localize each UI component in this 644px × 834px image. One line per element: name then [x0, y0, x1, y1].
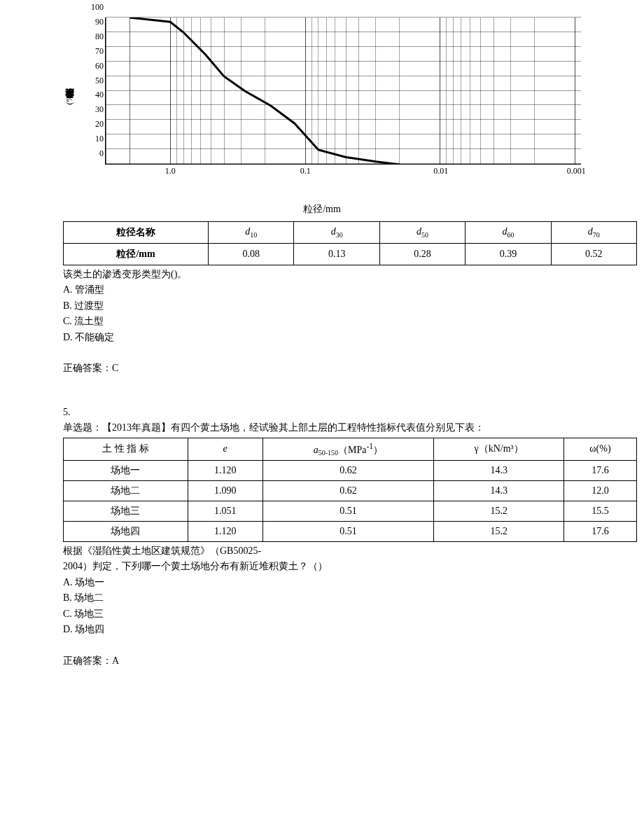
table-header: ω(%) — [564, 438, 636, 460]
table-row: 场地三 1.051 0.51 15.2 15.5 — [64, 501, 637, 521]
answer-label: 正确答案：C — [63, 361, 644, 376]
table-cell: 0.13 — [294, 244, 379, 265]
y-tick: 20 — [86, 119, 104, 130]
y-tick: 30 — [86, 104, 104, 115]
chart-plot-area: 0 10 20 30 40 50 60 70 80 90 100 1.0 0.1… — [105, 18, 581, 165]
table-row: 粒径名称 d10 d30 d50 d60 d70 — [64, 222, 637, 244]
option-a: A. 场地一 — [63, 575, 644, 590]
question-stem: 该类土的渗透变形类型为()。 — [63, 267, 644, 282]
question-5-post: 根据《湿陷性黄土地区建筑规范》（GB50025- 2004）判定，下列哪一个黄土… — [63, 543, 644, 669]
table-row: 场地一 1.120 0.62 14.3 17.6 — [64, 460, 637, 480]
table-header: d50 — [379, 222, 465, 244]
x-tick: 0.1 — [300, 166, 311, 176]
y-tick: 100 — [86, 2, 104, 13]
chart-y-axis-label: 小于某粒径所占质量(%) — [63, 91, 76, 105]
table-cell: 12.0 — [564, 480, 636, 501]
table-header: a50-150（MPa-1） — [262, 438, 434, 460]
table-cell: 14.3 — [434, 460, 564, 480]
option-a: A. 管涌型 — [63, 282, 644, 298]
y-tick: 0 — [86, 148, 104, 159]
particle-size-table: 粒径名称 d10 d30 d50 d60 d70 粒径/mm 0.08 0.13… — [63, 221, 637, 265]
table-cell: 0.51 — [262, 501, 434, 521]
table-header: d70 — [551, 222, 636, 244]
table-cell: 场地四 — [64, 521, 188, 541]
option-b: B. 过渡型 — [63, 298, 644, 314]
table-header: d60 — [465, 222, 551, 244]
chart-x-axis-label: 粒径/mm — [0, 203, 644, 216]
table-cell: 场地三 — [64, 501, 188, 521]
table-header: d30 — [294, 222, 379, 244]
table-cell: 场地二 — [64, 480, 188, 501]
table-header: γ（kN/m³） — [434, 438, 564, 460]
table-row: 粒径/mm 0.08 0.13 0.28 0.39 0.52 — [64, 244, 637, 265]
table-cell: 15.5 — [564, 501, 636, 521]
table-row: 土 性 指 标 e a50-150（MPa-1） γ（kN/m³） ω(%) — [64, 438, 637, 460]
table-cell: 场地一 — [64, 460, 188, 480]
y-tick: 80 — [86, 31, 104, 41]
x-tick: 0.001 — [567, 166, 586, 176]
table-cell: 15.2 — [434, 521, 564, 541]
y-tick: 60 — [86, 60, 104, 71]
option-b: B. 场地二 — [63, 590, 644, 606]
table-cell: 粒径/mm — [64, 244, 209, 265]
y-tick: 50 — [86, 75, 104, 85]
table-cell: 1.120 — [188, 521, 262, 541]
option-c: C. 流土型 — [63, 314, 644, 329]
table-cell: 0.51 — [262, 521, 434, 541]
table-header: d10 — [209, 222, 294, 244]
table-cell: 0.62 — [262, 460, 434, 480]
table-cell: 15.2 — [434, 501, 564, 521]
table-row: 场地二 1.090 0.62 14.3 12.0 — [64, 480, 637, 501]
question-5: 5. 单选题：【2013年真题】有四个黄土场地，经试验其上部土层的工程特性指标代… — [63, 405, 644, 436]
question-4: 该类土的渗透变形类型为()。 A. 管涌型 B. 过渡型 C. 流土型 D. 不… — [63, 267, 644, 377]
x-tick: 0.01 — [433, 166, 448, 176]
table-cell: 1.051 — [188, 501, 262, 521]
question-stem: 单选题：【2013年真题】有四个黄土场地，经试验其上部土层的工程特性指标代表值分… — [63, 420, 644, 436]
option-d: D. 场地四 — [63, 622, 644, 637]
table-cell: 0.28 — [379, 244, 465, 265]
question-number: 5. — [63, 405, 644, 420]
table-cell: 0.39 — [465, 244, 551, 265]
table-cell: 14.3 — [434, 480, 564, 501]
post-text: 根据《湿陷性黄土地区建筑规范》（GB50025- — [63, 543, 644, 559]
y-tick: 70 — [86, 46, 104, 56]
y-tick: 90 — [86, 16, 104, 27]
table-cell: 17.6 — [564, 521, 636, 541]
table-header: 粒径名称 — [64, 222, 209, 244]
particle-size-chart: 小于某粒径所占质量(%) 0 10 20 30 40 50 60 70 80 9… — [84, 14, 609, 182]
table-cell: 0.08 — [209, 244, 294, 265]
answer-label: 正确答案：A — [63, 653, 644, 669]
table-cell: 1.120 — [188, 460, 262, 480]
table-cell: 0.52 — [551, 244, 636, 265]
table-header: e — [188, 438, 262, 460]
post-text: 2004）判定，下列哪一个黄土场地分布有新近堆积黄土？（） — [63, 559, 644, 574]
table-cell: 0.62 — [262, 480, 434, 501]
y-tick: 10 — [86, 134, 104, 144]
table-row: 场地四 1.120 0.51 15.2 17.6 — [64, 521, 637, 541]
table-header: 土 性 指 标 — [64, 438, 188, 460]
table-cell: 1.090 — [188, 480, 262, 501]
loess-site-table: 土 性 指 标 e a50-150（MPa-1） γ（kN/m³） ω(%) 场… — [63, 438, 637, 542]
y-tick: 40 — [86, 90, 104, 100]
option-c: C. 场地三 — [63, 606, 644, 622]
option-d: D. 不能确定 — [63, 330, 644, 345]
x-tick: 1.0 — [165, 166, 176, 176]
table-cell: 17.6 — [564, 460, 636, 480]
